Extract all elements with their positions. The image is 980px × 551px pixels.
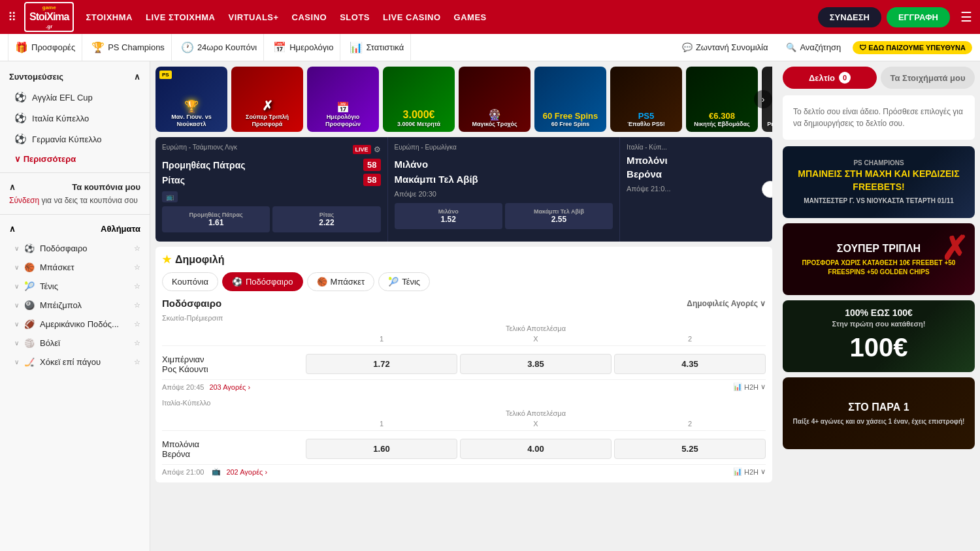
chart-icon: 📊 <box>350 41 363 54</box>
league-label-3: Ιταλία - Κύπ... <box>627 144 766 151</box>
live-chat-button[interactable]: 💬 Ζωντανή Συνομιλία <box>676 42 775 52</box>
logo[interactable]: game StoiXima .gr <box>24 2 74 32</box>
promo-banner-super-triple[interactable]: ΣΟΥΠΕΡ ΤΡΙΠΛΗ ΠΡΟΣΦΟΡΑ ΧΩΡΙΣ ΚΑΤΑΘΕΣΗ 10… <box>783 223 975 295</box>
star-icon-2: ☆ <box>134 263 140 272</box>
login-button[interactable]: ΣΥΝΔΕΣΗ <box>818 7 881 27</box>
bet-2-1[interactable]: 1.60 <box>306 439 457 459</box>
betslip-empty-message: Το δελτίο σου είναι άδειο. Πρόσθεσε επιλ… <box>783 95 975 140</box>
odd1-button[interactable]: Προμηθέας Πάτρας 1.61 <box>162 206 270 232</box>
nav-statistics[interactable]: 📊 Στατιστικά <box>343 34 411 61</box>
promo-card-3000[interactable]: 3.000€ 3.000€ Μετρητά <box>383 67 455 132</box>
match-bet-row-2: Μπολόνια Βερόνα 1.60 4.00 5.25 <box>162 433 766 465</box>
secondary-navigation: 🎁 Προσφορές 🏆 PS Champions 🕐 24ωρο Κουπό… <box>0 34 980 61</box>
match1-markets-link[interactable]: 203 Αγορές › <box>209 383 250 391</box>
odd3-button[interactable]: Μιλάνο 1.52 <box>395 203 502 229</box>
promo-card-ps5[interactable]: PS5 Έπαθλο PS5! <box>610 67 682 132</box>
shortcuts-header[interactable]: Συντομεύσεις ∧ <box>0 67 150 87</box>
sport-american-football[interactable]: ∨ 🏈 Αμερικάνικο Ποδός... ☆ <box>0 315 150 334</box>
promo-img-6: 60 Free Spins <box>543 111 598 121</box>
tab-tenis[interactable]: 🎾 Τένις <box>378 272 430 291</box>
live-match-3: Ιταλία - Κύπ... Μπολόνι Βερόνα Απόψε 21:… <box>620 137 772 242</box>
sidebar-item-germany-cup[interactable]: ⚽ Γερμανία Κύπελλο <box>0 129 150 150</box>
bet-1-1[interactable]: 1.72 <box>306 354 457 374</box>
promo-banner-100[interactable]: 100% ΕΩΣ 100€ Στην πρώτη σου κατάθεση! 1… <box>783 300 975 372</box>
sport-baseball[interactable]: ∨ 🎱 Μπέιζμπολ ☆ <box>0 296 150 315</box>
my-bets-button[interactable]: Τα Στοιχήματά μου <box>881 67 975 89</box>
odds-row-1: Προμηθέας Πάτρας 1.61 Ρίτας 2.22 <box>162 206 381 232</box>
promo-card-imerologio[interactable]: 📅 Ημερολόγιο Προσφορών <box>307 67 379 132</box>
sidebar-item-england-efl[interactable]: ⚽ Αγγλία EFL Cup <box>0 87 150 108</box>
nav-stoixima[interactable]: ΣΤΟΙΧΗΜΑ <box>86 12 133 22</box>
colx-header: Χ <box>460 335 612 343</box>
score1: 58 <box>363 159 380 171</box>
sport-soccer-right: ☆ <box>134 244 140 253</box>
brand-sub: .gr <box>29 24 69 30</box>
sport-hockey[interactable]: ∨ 🏒 Χόκεϊ επί πάγου ☆ <box>0 353 150 371</box>
live-next-button[interactable]: › <box>762 181 772 198</box>
calendar-icon: 📅 <box>273 41 286 54</box>
promo-carousel: PS 🏆 Μαν. Γιουν. vs Νιούκαστλ ✗ Σούπερ Τ… <box>155 67 772 132</box>
bet-2-x[interactable]: 4.00 <box>460 439 612 459</box>
responsible-gaming-button[interactable]: 🛡 ΕΔΩ ΠΑΙΖΟΥΜΕ ΥΠΕΥΘΥΝΑ <box>853 41 972 54</box>
promo-card-super-triple[interactable]: ✗ Σούπερ Τριπλή Προσφορά <box>231 67 303 132</box>
nav-casino[interactable]: CASINO <box>292 12 327 22</box>
sport-basketball[interactable]: ∨ 🏀 Μπάσκετ ☆ <box>0 258 150 277</box>
tab-basket[interactable]: 🏀 Μπάσκετ <box>307 272 375 291</box>
odd2-button[interactable]: Ρίτας 2.22 <box>272 206 380 232</box>
match1-video-icon[interactable]: 📺 <box>162 191 381 201</box>
bet-1-2[interactable]: 4.35 <box>614 354 766 374</box>
league-label-2: Ευρώπη - Ευρωλίγκα <box>395 144 457 151</box>
sport-volleyball[interactable]: ∨ 🏐 Βόλεϊ ☆ <box>0 334 150 353</box>
market-sort-dropdown[interactable]: Δημοφιλείς Αγορές ∨ <box>687 299 766 308</box>
promo-card-magikos[interactable]: 🎡 Μαγικός Τροχός <box>459 67 531 132</box>
nav-games[interactable]: GAMES <box>454 12 487 22</box>
tab-couponia[interactable]: Κουπόνια <box>162 272 218 291</box>
tab-podosfairo[interactable]: ⚽ Ποδόσφαιρο <box>222 272 303 291</box>
coupons-desc: Σύνδεση για να δεις τα κουπόνια σου <box>9 196 140 205</box>
sidebar-item-italy-cup[interactable]: ⚽ Ιταλία Κύπελλο <box>0 108 150 129</box>
hamburger-icon[interactable]: ☰ <box>960 9 972 25</box>
nav-24h-coupon[interactable]: 🕐 24ωρο Κουπόνι <box>174 34 264 61</box>
match2-markets-link[interactable]: 202 Αγορές › <box>226 468 267 476</box>
sport-tennis[interactable]: ∨ 🎾 Τένις ☆ <box>0 277 150 296</box>
promo-card-freespins[interactable]: 60 Free Spins 60 Free Spins <box>534 67 606 132</box>
bet-2-2[interactable]: 5.25 <box>614 439 766 459</box>
register-button[interactable]: ΕΓΓΡΑΦΗ <box>887 7 950 27</box>
responsible-label: ΕΔΩ ΠΑΙΖΟΥΜΕ ΥΠΕΥΘΥΝΑ <box>868 44 966 52</box>
carousel-next-button[interactable]: › <box>754 90 772 108</box>
promo-banner-para1[interactable]: ΣΤΟ ΠΑΡΑ 1 Παίξε 4+ αγώνες και αν χάσεις… <box>783 377 975 449</box>
settings-icon-1[interactable]: ⚙ <box>374 145 381 154</box>
team1-bologna: Μπολόνια <box>162 439 306 449</box>
tennis-tab-icon: 🎾 <box>388 277 399 287</box>
sports-header[interactable]: ∧ Αθλήματα <box>0 219 150 239</box>
more-shortcuts[interactable]: ∨ Περισσότερα <box>0 150 150 168</box>
star-icon-3: ☆ <box>134 282 140 291</box>
bet-1-x[interactable]: 3.85 <box>460 354 612 374</box>
promo-img-1: 🏆 <box>184 99 199 114</box>
baseball-sport-icon: 🎱 <box>24 300 35 310</box>
grid-icon[interactable]: ⠿ <box>8 10 16 24</box>
nav-live-stoixima[interactable]: LIVE ΣΤΟΙΧΗΜΑ <box>146 12 216 22</box>
promo-label-2: Σούπερ Τριπλή Προσφορά <box>235 114 299 128</box>
coupons-link[interactable]: Σύνδεση <box>9 196 39 205</box>
betslip-button[interactable]: Δελτίο 0 <box>783 67 877 89</box>
nav-virtuals[interactable]: VIRTUALS+ <box>229 12 279 22</box>
team1-score-line: Προμηθέας Πάτρας 58 <box>162 159 381 171</box>
promo-card-nikitis[interactable]: €6.308 Νικητής Εβδομάδας <box>686 67 758 132</box>
nav-prosfores[interactable]: 🎁 Προσφορές <box>8 34 82 61</box>
nav-slots[interactable]: SLOTS <box>340 12 370 22</box>
nav-ps-champions[interactable]: 🏆 PS Champions <box>85 34 172 61</box>
promo-label-6: 60 Free Spins <box>551 121 590 128</box>
h2h-button-2[interactable]: 📊 H2H ∨ <box>733 467 766 476</box>
sport-soccer[interactable]: ∨ ⚽ Ποδόσφαιρο ☆ <box>0 239 150 258</box>
odd4-button[interactable]: Μακάμπι Τελ Αβίβ 2.55 <box>505 203 613 229</box>
odds-row-2: Μιλάνο 1.52 Μακάμπι Τελ Αβίβ 2.55 <box>395 203 613 229</box>
soccer-icon-1: ⚽ <box>14 91 27 103</box>
nav-calendar[interactable]: 📅 Ημερολόγιο <box>267 34 340 61</box>
promo-banner-ps-champions[interactable]: PS CHAMPIONS ΜΠΑΙΝΕΙΣ ΣΤΗ ΜΑΧΗ ΚΑΙ ΚΕΡΔΙ… <box>783 146 975 218</box>
search-button[interactable]: 🔍 Αναζήτηση <box>779 42 847 52</box>
h2h-button-1[interactable]: 📊 H2H ∨ <box>733 383 766 391</box>
promo-label-8: Νικητής Εβδομάδας <box>694 121 749 128</box>
promo-card-ps-champions[interactable]: PS 🏆 Μαν. Γιουν. vs Νιούκαστλ <box>155 67 227 132</box>
nav-live-casino[interactable]: LIVE CASINO <box>383 12 441 22</box>
